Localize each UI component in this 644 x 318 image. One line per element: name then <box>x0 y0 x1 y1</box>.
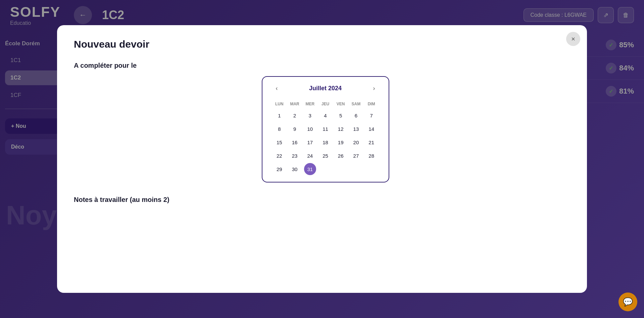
modal-content: Nouveau devoir A compléter pour le ‹ Jui… <box>57 25 587 293</box>
cal-day-10[interactable]: 10 <box>304 123 316 135</box>
modal-close-button[interactable]: × <box>566 32 580 46</box>
day-header-sam: SAM <box>349 100 363 108</box>
cal-day-24[interactable]: 24 <box>304 150 316 162</box>
cal-day-empty-1 <box>319 163 331 175</box>
cal-day-16[interactable]: 16 <box>289 136 301 148</box>
day-header-lun: LUN <box>273 100 287 108</box>
day-header-jeu: JEU <box>318 100 333 108</box>
cal-day-26[interactable]: 26 <box>335 150 347 162</box>
cal-day-empty-3 <box>350 163 362 175</box>
cal-day-9[interactable]: 9 <box>289 123 301 135</box>
cal-day-23[interactable]: 23 <box>289 150 301 162</box>
calendar: ‹ Juillet 2024 › LUN MAR MER JEU VEN SAM… <box>262 76 389 182</box>
date-section-label: A compléter pour le <box>74 62 577 69</box>
cal-day-31[interactable]: 31 <box>304 163 316 175</box>
cal-day-6[interactable]: 6 <box>350 109 362 121</box>
cal-day-28[interactable]: 28 <box>365 150 378 162</box>
chat-bubble-button[interactable]: 💬 <box>618 293 637 311</box>
cal-day-22[interactable]: 22 <box>273 150 285 162</box>
cal-day-8[interactable]: 8 <box>273 123 285 135</box>
cal-day-18[interactable]: 18 <box>319 136 331 148</box>
cal-day-21[interactable]: 21 <box>365 136 378 148</box>
chat-icon: 💬 <box>623 297 633 307</box>
cal-day-29[interactable]: 29 <box>273 163 285 175</box>
calendar-wrapper: ‹ Juillet 2024 › LUN MAR MER JEU VEN SAM… <box>74 76 577 182</box>
cal-day-15[interactable]: 15 <box>273 136 285 148</box>
cal-day-7[interactable]: 7 <box>365 109 378 121</box>
calendar-header: ‹ Juillet 2024 › <box>273 84 379 93</box>
cal-day-27[interactable]: 27 <box>350 150 362 162</box>
calendar-month-label: Juillet 2024 <box>309 85 342 92</box>
day-header-mer: MER <box>303 100 317 108</box>
notes-section: Notes à travailler (au moins 2) <box>74 196 577 204</box>
notes-section-label: Notes à travailler (au moins 2) <box>74 196 577 204</box>
modal-nouveau-devoir: × Nouveau devoir A compléter pour le ‹ J… <box>57 25 587 293</box>
cal-day-25[interactable]: 25 <box>319 150 331 162</box>
cal-day-19[interactable]: 19 <box>335 136 347 148</box>
cal-day-11[interactable]: 11 <box>319 123 331 135</box>
cal-day-17[interactable]: 17 <box>304 136 316 148</box>
day-header-ven: VEN <box>334 100 348 108</box>
cal-day-2[interactable]: 2 <box>289 109 301 121</box>
calendar-next-button[interactable]: › <box>370 84 379 93</box>
cal-day-30[interactable]: 30 <box>289 163 301 175</box>
cal-day-12[interactable]: 12 <box>335 123 347 135</box>
calendar-prev-button[interactable]: ‹ <box>273 84 281 93</box>
day-header-dim: DIM <box>364 100 379 108</box>
cal-day-1[interactable]: 1 <box>273 109 285 121</box>
modal-title: Nouveau devoir <box>74 39 577 50</box>
day-header-mar: MAR <box>288 100 302 108</box>
cal-day-empty-2 <box>335 163 347 175</box>
calendar-grid: LUN MAR MER JEU VEN SAM DIM 1 2 3 4 5 6 … <box>273 100 379 175</box>
cal-day-14[interactable]: 14 <box>365 123 378 135</box>
cal-day-5[interactable]: 5 <box>335 109 347 121</box>
cal-day-20[interactable]: 20 <box>350 136 362 148</box>
cal-day-4[interactable]: 4 <box>319 109 331 121</box>
cal-day-13[interactable]: 13 <box>350 123 362 135</box>
cal-day-3[interactable]: 3 <box>304 109 316 121</box>
cal-day-empty-4 <box>365 163 378 175</box>
